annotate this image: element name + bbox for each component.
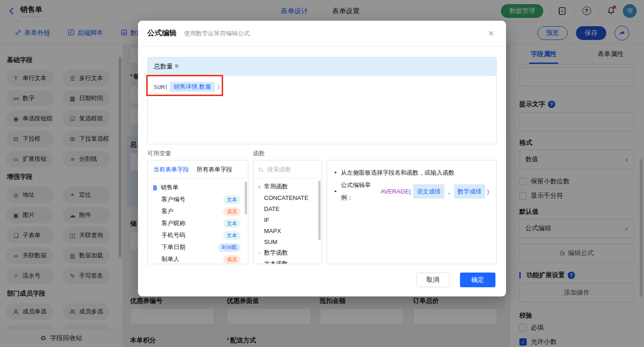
variables-label: 可用变量 [147,149,171,158]
variables-scrollbar[interactable] [245,182,247,215]
functions-panel: 搜索函数 ∨常用函数CONCATENATEDATEIFMAPXSUM›数学函数›… [253,160,322,264]
field-type-badge: 文本 [223,231,241,240]
variable-field-row[interactable]: 客户昵称文本 [152,217,245,229]
modal-title: 公式编辑 [147,28,177,38]
function-search-placeholder: 搜索函数 [267,165,291,174]
function-item[interactable]: CONCATENATE [253,192,322,203]
document-icon [152,185,158,191]
tip-text: 公式编辑举例： [341,179,380,204]
function-group-collapsed[interactable]: ›数学函数 [253,247,322,258]
function-item[interactable]: MAPX [253,225,322,236]
chevron-right-icon: › [257,262,262,265]
formula-target: 总数量 = [148,57,496,76]
variable-field-name: 下单日期 [161,243,185,251]
function-item[interactable]: IF [253,214,322,225]
function-item[interactable]: DATE [253,203,322,214]
variable-field-row[interactable]: 手机号码文本 [152,229,245,241]
tip-text: 从左侧面板选择字段名和函数，或输入函数 [341,166,454,179]
confirm-button[interactable]: 确定 [460,273,495,287]
chevron-right-icon: › [257,250,262,256]
formula-editor: 总数量 = SUM( 销售详情.数量 ) [147,57,497,144]
bullet-icon: • [334,166,341,179]
variables-panel: 当前表单字段所有表单字段 销售单 客户编号文本客户成员客户昵称文本手机号码文本下… [147,160,248,264]
function-search[interactable]: 搜索函数 [253,160,322,178]
variable-field-name: 手机号码 [161,231,185,239]
function-group-name: 数学函数 [264,249,288,257]
variable-field-name: 制单人 [161,255,179,263]
variables-tab-all[interactable]: 所有表单字段 [196,165,232,174]
variables-field-rows: 客户编号文本客户成员客户昵称文本手机号码文本下单日期时间戳制单人成员 [152,193,245,264]
tips-panel: •从左侧面板选择字段名和函数，或输入函数•公式编辑举例：AVERAGE(语文成绩… [327,160,497,264]
function-item[interactable]: SUM [253,236,322,247]
formula-edit-modal: 公式编辑 使用数学运算符编辑公式 × 总数量 = SUM( 销售详情.数量 ) … [138,21,506,296]
cancel-button[interactable]: 取消 [416,273,449,287]
formula-expression: SUM( 销售详情.数量 ) [154,82,490,92]
functions-label: 函数 [253,149,265,158]
search-icon [258,167,264,173]
functions-scrollbar[interactable] [318,181,321,240]
tree-root-row[interactable]: 销售单 [152,182,245,193]
app-root: 销售单 表单设计表单设置 数据管理 A ? 理 表单外链后端脚本数据权 预览 保… [0,0,644,347]
tip-separator: ， [446,185,452,198]
variable-field-name: 客户 [161,207,173,216]
variables-tree: 销售单 客户编号文本客户成员客户昵称文本手机号码文本下单日期时间戳制单人成员 [148,178,248,264]
field-type-badge: 文本 [223,219,241,228]
variable-field-row[interactable]: 下单日期时间戳 [152,241,245,253]
function-group-name: 文本函数 [264,260,288,264]
bullet-icon: • [334,185,341,198]
field-type-badge: 成员 [223,255,241,264]
function-group-expanded[interactable]: ∨常用函数 [253,181,322,192]
modal-header: 公式编辑 使用数学运算符编辑公式 × [138,21,506,46]
function-group-collapsed[interactable]: ›文本函数 [253,258,322,264]
function-list: ∨常用函数CONCATENATEDATEIFMAPXSUM›数学函数›文本函数 [253,178,322,264]
example-field-chip: 语文成绩 [413,184,444,199]
variables-tabs: 当前表单字段所有表单字段 [148,160,248,178]
tip-line: •公式编辑举例：AVERAGE(语文成绩，数学成绩) [334,179,489,204]
field-type-badge: 文本 [223,195,241,204]
variable-field-row[interactable]: 客户成员 [152,205,245,217]
variables-tab-current[interactable]: 当前表单字段 [153,165,189,174]
variable-field-row[interactable]: 制单人成员 [152,253,245,264]
field-type-badge: 成员 [223,207,241,216]
variable-field-name: 客户昵称 [161,219,185,228]
example-function-keyword: AVERAGE( [380,185,411,198]
formula-input-area[interactable]: SUM( 销售详情.数量 ) [148,76,496,144]
formula-close-paren: ) [217,84,220,91]
formula-function: SUM( [154,84,168,91]
tips-content: •从左侧面板选择字段名和函数，或输入函数•公式编辑举例：AVERAGE(语文成绩… [327,160,496,210]
formula-field-chip[interactable]: 销售详情.数量 [170,82,215,92]
field-type-badge: 时间戳 [218,243,241,252]
example-field-chip: 数学成绩 [454,184,485,199]
function-group-name: 常用函数 [264,182,288,191]
chevron-down-icon: ∨ [257,184,262,189]
tip-line: •从左侧面板选择字段名和函数，或输入函数 [334,166,489,179]
example-close-paren: ) [487,185,489,198]
variable-field-name: 客户编号 [161,195,185,204]
variable-field-row[interactable]: 客户编号文本 [152,193,245,205]
modal-subtitle: 使用数学运算符编辑公式 [184,29,250,38]
close-icon[interactable]: × [485,28,497,40]
